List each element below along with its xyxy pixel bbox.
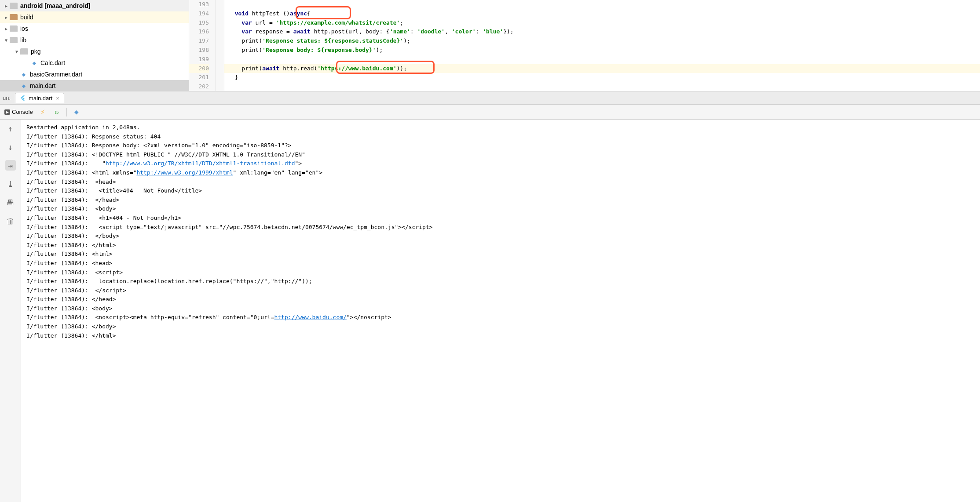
tree-arrow-icon [13, 82, 20, 89]
console-chevron-icon: ▶ [4, 109, 10, 115]
tree-item-label: basicGrammer.dart [30, 71, 82, 78]
code-line[interactable]: } [224, 73, 980, 82]
tree-item-label: pkg [31, 48, 41, 55]
console-line: I/flutter (13864): </head> [26, 295, 975, 304]
tree-item-ios[interactable]: ios [0, 23, 189, 34]
console-side-toolbar: ↑ ↓ ⇥ ⤓ 🖶 🗑 [0, 120, 21, 502]
folder-icon [10, 14, 18, 20]
tree-arrow-icon[interactable] [13, 48, 20, 55]
code-line[interactable]: var response = await http.post(url, body… [224, 27, 980, 36]
scroll-to-end-icon[interactable]: ⤓ [5, 178, 16, 189]
run-tabs-row: un: main.dart × [0, 91, 980, 105]
dart-file-icon [20, 71, 27, 78]
line-number: 193 [189, 0, 209, 9]
console-line: I/flutter (13864): Response body: <?xml … [26, 141, 975, 150]
line-number: 201 [189, 73, 209, 82]
hot-restart-icon[interactable]: ↻ [52, 108, 61, 116]
console-line: I/flutter (13864): <html xmlns="http://w… [26, 168, 975, 178]
console-line: I/flutter (13864): <script> [26, 268, 975, 277]
code-line[interactable]: print('Response status: ${response.statu… [224, 36, 980, 46]
tree-arrow-icon[interactable] [3, 36, 10, 44]
console-line: I/flutter (13864): </html> [26, 241, 975, 250]
tree-arrow-icon[interactable] [3, 14, 10, 21]
scroll-down-icon[interactable]: ↓ [5, 142, 16, 152]
tree-item-label: ios [20, 25, 28, 32]
project-tree[interactable]: android [maaa_android]buildioslibpkgCalc… [0, 0, 189, 91]
code-area[interactable]: void httpTest ()async{ var url = 'https:… [224, 0, 980, 91]
line-number: 202 [189, 82, 209, 91]
console-line: I/flutter (13864): <script type="text/ja… [26, 223, 975, 232]
code-editor[interactable]: 193194195196197198199200201202 void http… [189, 0, 980, 91]
print-icon[interactable]: 🖶 [5, 197, 16, 207]
tree-item-Calc-dart[interactable]: Calc.dart [0, 57, 189, 69]
folder-icon [10, 37, 18, 43]
file-tab-label: main.dart [29, 95, 52, 102]
tree-item-label: Calc.dart [40, 59, 65, 66]
console-line: I/flutter (13864): </head> [26, 196, 975, 205]
code-line[interactable]: print(await http.read('https://www.baidu… [224, 64, 980, 73]
tree-item-label: main.dart [30, 82, 55, 89]
tree-arrow-icon [13, 71, 20, 78]
tree-item-label: lib [20, 36, 26, 44]
line-number: 198 [189, 46, 209, 55]
folder-icon [10, 3, 18, 9]
console-line: I/flutter (13864): </script> [26, 286, 975, 295]
tree-arrow-icon[interactable] [3, 25, 10, 32]
console-line: I/flutter (13864): <body> [26, 304, 975, 313]
console-line: I/flutter (13864): <head> [26, 178, 975, 187]
tree-item-build[interactable]: build [0, 11, 189, 23]
console-line: I/flutter (13864): "http://www.w3.org/TR… [26, 159, 975, 168]
dart-file-icon [20, 82, 27, 89]
tree-item-pkg[interactable]: pkg [0, 46, 189, 57]
console-button[interactable]: ▶ Console [4, 109, 33, 115]
tree-item-lib[interactable]: lib [0, 34, 189, 46]
tree-arrow-icon[interactable] [3, 2, 10, 9]
console-line: I/flutter (13864): Response status: 404 [26, 132, 975, 142]
tree-item-basicGrammer-dart[interactable]: basicGrammer.dart [0, 69, 189, 80]
tree-item-label: android [maaa_android] [20, 2, 90, 9]
line-number: 200 [189, 64, 209, 73]
tree-arrow-icon [24, 59, 31, 66]
console-line: I/flutter (13864): </body> [26, 322, 975, 331]
console-line: I/flutter (13864): </html> [26, 331, 975, 341]
console-link[interactable]: http://www.baidu.com/ [274, 314, 347, 320]
flutter-icon [20, 95, 26, 101]
code-line[interactable] [224, 82, 980, 91]
console-link[interactable]: http://www.w3.org/1999/xhtml [136, 169, 233, 176]
console-line: I/flutter (13864): location.replace(loca… [26, 277, 975, 286]
file-tab-main[interactable]: main.dart × [15, 93, 64, 103]
devtools-icon[interactable]: ◆ [72, 108, 81, 116]
console-line: Restarted application in 2,048ms. [26, 123, 975, 132]
dart-file-icon [31, 59, 38, 66]
console-line: I/flutter (13864): <title>404 - Not Foun… [26, 186, 975, 196]
tree-item-android[interactable]: android [maaa_android] [0, 0, 189, 11]
console-label: Console [12, 109, 33, 115]
console-link[interactable]: http://www.w3.org/TR/xhtml1/DTD/xhtml1-t… [106, 160, 295, 167]
line-number: 197 [189, 36, 209, 46]
console-line: I/flutter (13864): <head> [26, 259, 975, 268]
line-number: 199 [189, 55, 209, 64]
code-line[interactable]: void httpTest ()async{ [224, 9, 980, 18]
code-line[interactable] [224, 55, 980, 64]
folder-icon [10, 25, 18, 32]
console-line: I/flutter (13864): <!DOCTYPE html PUBLIC… [26, 150, 975, 160]
line-number: 196 [189, 27, 209, 36]
close-tab-icon[interactable]: × [56, 95, 59, 102]
scroll-up-icon[interactable]: ↑ [5, 123, 16, 134]
folder-icon [20, 48, 28, 55]
code-line[interactable] [224, 0, 980, 9]
tree-item-label: build [20, 14, 33, 21]
tree-item-main-dart[interactable]: main.dart [0, 80, 189, 91]
code-line[interactable]: print('Response body: ${response.body}')… [224, 46, 980, 55]
console-line: I/flutter (13864): </body> [26, 232, 975, 241]
console-toolbar: ▶ Console ⚡ ↻ ◆ [0, 105, 980, 120]
line-number: 195 [189, 18, 209, 28]
code-line[interactable]: var url = 'https://example.com/whatsit/c… [224, 18, 980, 28]
clear-icon[interactable]: 🗑 [5, 215, 16, 226]
hot-reload-icon[interactable]: ⚡ [38, 108, 47, 116]
console-line: I/flutter (13864): <noscript><meta http-… [26, 313, 975, 322]
soft-wrap-icon[interactable]: ⇥ [5, 160, 16, 171]
console-line: I/flutter (13864): <body> [26, 204, 975, 214]
console-line: I/flutter (13864): <h1>404 - Not Found</… [26, 214, 975, 223]
console-output[interactable]: Restarted application in 2,048ms.I/flutt… [21, 120, 980, 502]
